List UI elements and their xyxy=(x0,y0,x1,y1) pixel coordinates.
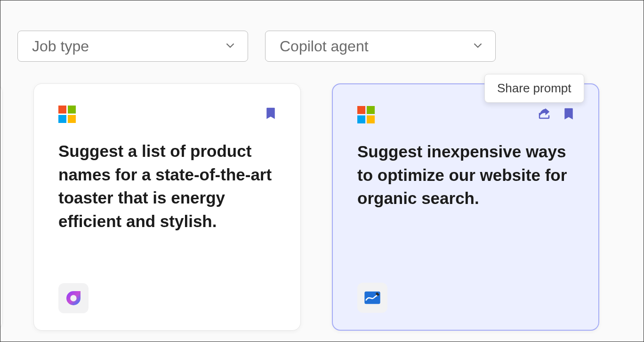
svg-point-0 xyxy=(70,295,76,301)
prompt-card[interactable]: Suggest inexpensive ways to optimize our… xyxy=(332,83,599,331)
whiteboard-app-icon[interactable] xyxy=(357,283,387,313)
card-row: Suggest a list of product names for a st… xyxy=(0,83,599,331)
filter-bar: Job type Copilot agent xyxy=(0,0,644,62)
copilot-agent-dropdown[interactable]: Copilot agent xyxy=(265,31,496,62)
card-footer xyxy=(58,283,278,313)
card-footer xyxy=(357,283,576,313)
share-icon[interactable] xyxy=(537,106,551,122)
prompt-text: Suggest inexpensive ways to optimize our… xyxy=(357,140,576,283)
prompt-card[interactable]: Suggest a list of product names for a st… xyxy=(33,83,301,331)
bookmark-icon[interactable] xyxy=(264,106,278,122)
card-header xyxy=(58,105,278,123)
bookmark-icon[interactable] xyxy=(562,106,576,122)
loop-app-icon[interactable] xyxy=(58,283,89,313)
microsoft-logo-icon xyxy=(357,106,375,123)
dropdown-label: Copilot agent xyxy=(280,38,369,55)
card-header xyxy=(357,105,576,124)
microsoft-logo-icon xyxy=(58,106,76,123)
prompt-card-previous[interactable] xyxy=(0,83,2,331)
chevron-down-icon xyxy=(472,38,484,55)
share-tooltip: Share prompt xyxy=(484,74,584,103)
chevron-down-icon xyxy=(224,38,236,55)
prompt-text: Suggest a list of product names for a st… xyxy=(58,139,278,283)
job-type-dropdown[interactable]: Job type xyxy=(17,31,248,62)
dropdown-label: Job type xyxy=(32,38,89,55)
